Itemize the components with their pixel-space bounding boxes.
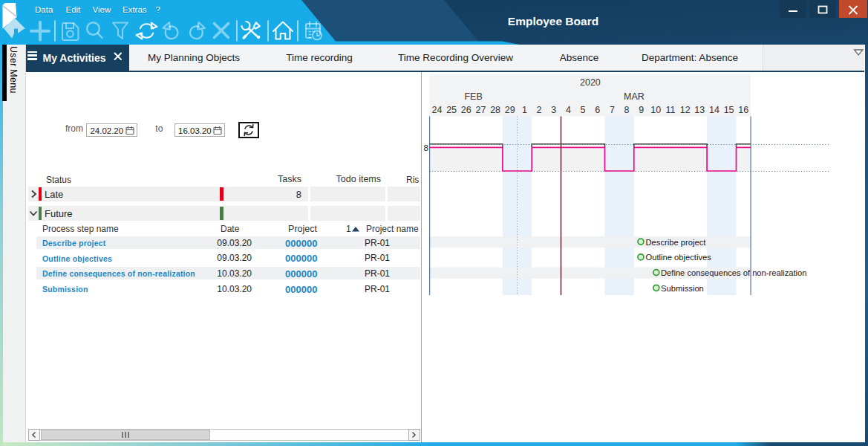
- svg-text:25: 25: [446, 105, 457, 115]
- svg-text:FEB: FEB: [464, 91, 482, 102]
- svg-text:10: 10: [650, 105, 661, 115]
- svg-text:14: 14: [709, 105, 719, 115]
- svg-text:29: 29: [505, 105, 515, 115]
- svg-text:8: 8: [624, 105, 630, 115]
- svg-text:4: 4: [566, 105, 571, 115]
- svg-text:13: 13: [694, 105, 705, 115]
- svg-text:26: 26: [461, 105, 471, 115]
- svg-text:1: 1: [522, 105, 527, 115]
- svg-text:11: 11: [666, 105, 676, 115]
- svg-text:28: 28: [490, 105, 500, 115]
- svg-text:12: 12: [680, 105, 691, 115]
- svg-text:7: 7: [610, 105, 615, 115]
- svg-text:2020: 2020: [580, 77, 601, 88]
- svg-text:24: 24: [431, 105, 442, 115]
- svg-text:2: 2: [537, 105, 542, 115]
- svg-text:MAR: MAR: [624, 91, 645, 102]
- svg-text:27: 27: [475, 105, 486, 115]
- svg-text:3: 3: [551, 105, 556, 115]
- svg-text:15: 15: [724, 105, 734, 115]
- svg-text:9: 9: [639, 105, 644, 115]
- svg-text:6: 6: [595, 105, 600, 115]
- svg-text:5: 5: [581, 105, 586, 115]
- svg-text:16: 16: [738, 105, 748, 115]
